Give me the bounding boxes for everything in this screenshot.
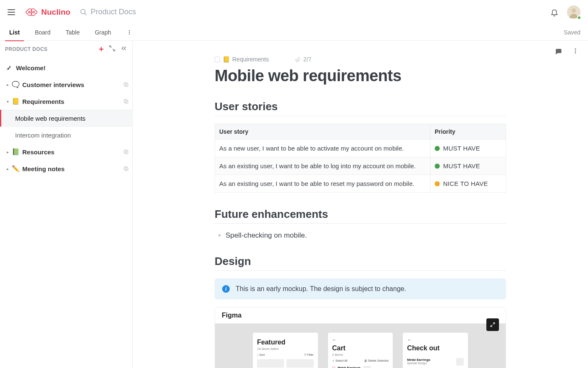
search-placeholder: Product Docs [91, 8, 136, 16]
menu-toggle[interactable] [8, 7, 18, 17]
speech-bubble-icon: 🗨️ [12, 81, 20, 88]
svg-point-18 [575, 50, 576, 52]
sidebar-title: PRODUCT DOCS [5, 46, 99, 52]
th-user-story[interactable]: User story [215, 124, 430, 140]
svg-point-8 [129, 33, 129, 34]
caret-right-icon: ▸ [5, 167, 10, 171]
bell-icon[interactable] [550, 8, 559, 16]
tab-table[interactable]: Table [64, 24, 81, 41]
sidebar-welcome-label: Welcome! [16, 64, 129, 71]
svg-line-3 [84, 13, 87, 15]
add-page-icon[interactable]: + [99, 45, 104, 53]
tab-more-icon[interactable] [125, 29, 134, 35]
heading-future-enhancements[interactable]: Future enhancements [215, 208, 506, 224]
collapse-sidebar-icon[interactable] [121, 45, 127, 53]
user-stories-table: User story Priority As a new user, I wan… [215, 124, 506, 193]
presence-indicator [577, 16, 581, 20]
figma-frame-cart: ← Cart 2 items ✓ Select All🗑 Delete Sele… [328, 333, 393, 368]
callout-text[interactable]: This is an early mockup. The design is s… [236, 285, 406, 293]
svg-rect-11 [125, 101, 128, 103]
page-more-icon[interactable] [572, 48, 579, 56]
svg-point-2 [81, 9, 85, 14]
svg-rect-9 [125, 84, 128, 87]
logo[interactable]: Nuclino [25, 8, 71, 17]
avatar[interactable] [567, 5, 580, 19]
tab-board[interactable]: Board [33, 24, 52, 41]
svg-point-1 [33, 11, 34, 13]
expand-icon[interactable] [109, 45, 116, 53]
svg-rect-10 [124, 82, 127, 85]
table-row[interactable]: As a new user, I want to be able to acti… [215, 140, 506, 157]
figma-frame-checkout: ← Check out Metal Earrings Special Desig… [403, 333, 468, 368]
document: 📒 Requirements 2/7 Mobile web requiremen… [215, 41, 506, 368]
breadcrumb: 📒 Requirements 2/7 [215, 56, 506, 63]
sidebar-item-customer-interviews[interactable]: ▸ 🗨️ Customer interviews [0, 76, 132, 93]
copy-icon[interactable] [123, 82, 129, 87]
list-item[interactable]: Spell-checking on mobile. [226, 231, 506, 240]
search-icon [80, 8, 87, 16]
notebook-icon: 📒 [12, 98, 20, 105]
priority-dot-icon [435, 164, 440, 169]
table-row[interactable]: As an existing user, I want to be able t… [215, 157, 506, 175]
expand-embed-button[interactable] [486, 318, 499, 331]
content-area: 📒 Requirements 2/7 Mobile web requiremen… [133, 41, 588, 368]
svg-point-5 [572, 8, 576, 13]
svg-rect-16 [124, 167, 127, 169]
svg-point-6 [129, 30, 129, 31]
pin-icon [6, 65, 12, 71]
breadcrumb-parent[interactable]: 📒 Requirements [215, 56, 269, 63]
brain-icon [25, 8, 38, 17]
folder-icon: 📒 [223, 56, 230, 63]
svg-rect-12 [124, 99, 127, 102]
tab-graph[interactable]: Graph [93, 24, 113, 41]
save-status: Saved [564, 29, 580, 36]
info-callout: i This is an early mockup. The design is… [215, 278, 506, 299]
copy-icon[interactable] [123, 149, 129, 155]
green-book-icon: 📗 [12, 148, 20, 156]
sidebar-item-resources[interactable]: ▸ 📗 Resources [0, 143, 132, 160]
figma-canvas: Featured 18 items listed ↕ Sort ▽ Filter… [215, 323, 506, 368]
sidebar-item-meeting-notes[interactable]: ▸ ✏️ Meeting notes [0, 160, 132, 177]
view-tabs: List Board Table Graph Saved [0, 24, 588, 41]
svg-point-19 [575, 52, 576, 53]
caret-right-icon: ▸ [5, 82, 10, 87]
priority-dot-icon [435, 181, 440, 186]
svg-point-0 [29, 11, 30, 13]
figma-embed[interactable]: Figma Featured 18 items listed ↕ Sort ▽ … [215, 307, 506, 368]
svg-rect-13 [125, 151, 128, 154]
tab-list[interactable]: List [8, 24, 21, 41]
figma-frame-featured: Featured 18 items listed ↕ Sort ▽ Filter… [253, 333, 318, 368]
future-list: Spell-checking on mobile. [215, 231, 506, 240]
priority-dot-icon [435, 146, 440, 151]
tasks-progress[interactable]: 2/7 [294, 56, 311, 63]
info-icon: i [222, 285, 230, 293]
copy-icon[interactable] [123, 166, 129, 172]
sidebar-child-mobile-web[interactable]: Mobile web requirements [0, 110, 132, 127]
page-title[interactable]: Mobile web requirements [215, 67, 506, 85]
caret-down-icon: ▾ [5, 99, 10, 104]
table-row[interactable]: As an existing user, I want to be able t… [215, 175, 506, 193]
logo-text: Nuclino [41, 8, 71, 17]
pencil-icon: ✏️ [12, 165, 20, 172]
sidebar-item-requirements[interactable]: ▾ 📒 Requirements [0, 93, 132, 110]
search[interactable]: Product Docs [80, 8, 550, 16]
sidebar-welcome[interactable]: Welcome! [0, 59, 132, 76]
checkbox-icon [215, 57, 220, 62]
caret-right-icon: ▸ [5, 150, 10, 154]
svg-rect-14 [124, 150, 127, 153]
heading-design[interactable]: Design [215, 255, 506, 271]
svg-rect-15 [125, 168, 128, 171]
svg-point-17 [575, 48, 576, 50]
th-priority[interactable]: Priority [430, 124, 506, 140]
copy-icon[interactable] [123, 98, 129, 104]
heading-user-stories[interactable]: User stories [215, 100, 506, 116]
figma-label: Figma [215, 307, 506, 323]
svg-point-7 [129, 32, 129, 32]
sidebar-child-intercom[interactable]: Intercom integration [0, 127, 132, 143]
sidebar: PRODUCT DOCS + Welcome! [0, 41, 133, 368]
topbar: Nuclino Product Docs [0, 0, 588, 24]
comments-icon[interactable] [554, 48, 563, 56]
